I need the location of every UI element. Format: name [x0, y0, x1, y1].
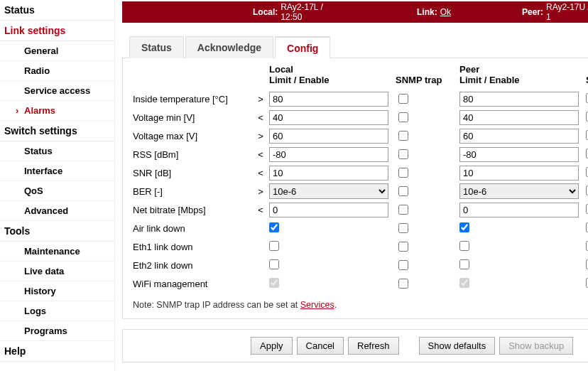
header-local-value: RAy2-17L / 12:50: [281, 2, 346, 22]
nav-item-maintenance[interactable]: Maintenance: [0, 242, 114, 262]
peer-input[interactable]: [459, 92, 579, 107]
config-row: Voltage min [V]<: [133, 108, 588, 127]
peer-checkbox[interactable]: [459, 222, 469, 232]
local-checkbox: [269, 278, 279, 288]
local-input[interactable]: [269, 147, 388, 162]
peer-input[interactable]: [459, 147, 579, 162]
snmp-checkbox[interactable]: [398, 260, 408, 270]
cancel-button[interactable]: Cancel: [297, 337, 344, 355]
snmp-checkbox[interactable]: [398, 205, 408, 215]
snmp-cell: [396, 223, 459, 233]
local-input[interactable]: [269, 110, 388, 125]
peer-checkbox[interactable]: [459, 259, 469, 269]
nav-item-logs[interactable]: Logs: [0, 301, 114, 321]
nav-section-help[interactable]: Help: [0, 341, 114, 362]
snmp-checkbox[interactable]: [398, 279, 408, 289]
row-operator: >: [252, 186, 269, 197]
header-link-value[interactable]: Ok: [440, 7, 451, 17]
apply-button[interactable]: Apply: [251, 337, 293, 355]
peer-cell: [459, 166, 586, 181]
snmp-checkbox[interactable]: [398, 242, 408, 252]
local-cell: [269, 129, 396, 144]
peer-input[interactable]: [459, 166, 579, 181]
local-cell: [269, 110, 396, 125]
nav-item-interface[interactable]: Interface: [0, 161, 114, 181]
nav-item-history[interactable]: History: [0, 281, 114, 301]
snmp-checkbox[interactable]: [398, 131, 408, 141]
config-row: SNR [dB]<: [133, 163, 588, 182]
config-row: Eth1 link down: [133, 237, 588, 256]
tab-config[interactable]: Config: [275, 36, 330, 58]
snmp-checkbox[interactable]: [398, 149, 408, 159]
nav-section-link-settings[interactable]: Link settings: [0, 21, 114, 41]
row-label: Net bitrate [Mbps]: [133, 205, 252, 215]
config-row: Voltage max [V]>: [133, 127, 588, 145]
nav-section-status[interactable]: Status: [0, 0, 114, 21]
snmp-checkbox[interactable]: [398, 112, 408, 122]
local-cell: [269, 278, 396, 290]
nav-item-service-access[interactable]: Service access: [0, 81, 114, 101]
snmp-checkbox[interactable]: [398, 223, 408, 233]
snmp-cell: [396, 186, 459, 196]
row-label: Voltage min [V]: [133, 112, 252, 123]
peer-select[interactable]: 10e-6: [459, 183, 579, 199]
snmp-cell: [396, 279, 459, 289]
peer-cell: 10e-6: [459, 183, 586, 199]
local-cell: [269, 92, 396, 107]
row-label: WiFi management: [133, 279, 252, 289]
header-peer-value: RAy2-17U / 1: [546, 2, 588, 22]
row-operator: <: [252, 149, 269, 160]
header-local-label: Local:: [253, 7, 278, 17]
snmp-cell: [396, 260, 459, 270]
peer-cell: [459, 203, 586, 217]
nav-item-live-data[interactable]: Live data: [0, 262, 114, 281]
show-defaults-button[interactable]: Show defaults: [419, 337, 496, 355]
tab-status[interactable]: Status: [129, 36, 184, 58]
snmp-checkbox[interactable]: [398, 168, 408, 178]
row-label: Inside temperature [°C]: [133, 94, 252, 104]
peer-input[interactable]: [459, 129, 579, 144]
row-operator: >: [252, 94, 269, 104]
action-bar: Apply Cancel Refresh Show defaults Show …: [122, 329, 588, 362]
nav-item-qos[interactable]: QoS: [0, 181, 114, 201]
nav-item-general[interactable]: General: [0, 41, 114, 61]
local-cell: [269, 222, 396, 235]
peer-cell: [459, 241, 586, 253]
local-checkbox[interactable]: [269, 241, 279, 251]
header-link-label: Link:: [417, 7, 437, 17]
row-label: Air link down: [133, 223, 252, 234]
local-checkbox[interactable]: [269, 222, 279, 232]
main-area: Local: RAy2-17L / 12:50 Link: Ok Peer: R…: [115, 0, 588, 371]
peer-checkbox[interactable]: [459, 241, 469, 251]
snmp-cell: [396, 205, 459, 215]
local-input[interactable]: [269, 166, 388, 181]
local-input[interactable]: [269, 129, 388, 144]
services-link[interactable]: Services: [300, 300, 334, 310]
config-panel: Local Limit / Enable SNMP trap Peer Limi…: [122, 58, 588, 319]
local-checkbox[interactable]: [269, 259, 279, 269]
peer-cell: [459, 110, 586, 125]
refresh-button[interactable]: Refresh: [348, 337, 399, 355]
local-input[interactable]: [269, 203, 388, 217]
row-label: Voltage max [V]: [133, 131, 252, 141]
tab-acknowledge[interactable]: Acknowledge: [185, 36, 273, 58]
nav-item-radio[interactable]: Radio: [0, 61, 114, 81]
nav-item-switch-status[interactable]: Status: [0, 141, 114, 161]
local-select[interactable]: 10e-6: [269, 183, 388, 199]
peer-input[interactable]: [459, 203, 579, 217]
row-operator: <: [252, 112, 269, 123]
local-cell: [269, 147, 396, 162]
snmp-cell: [396, 168, 459, 178]
nav-item-programs[interactable]: Programs: [0, 321, 114, 341]
config-row: Eth2 link down: [133, 256, 588, 274]
peer-input[interactable]: [459, 110, 579, 125]
nav-item-alarms[interactable]: Alarms: [0, 101, 114, 121]
nav-item-advanced[interactable]: Advanced: [0, 201, 114, 221]
row-label: BER [-]: [133, 186, 252, 197]
nav-section-tools[interactable]: Tools: [0, 221, 114, 242]
snmp-checkbox[interactable]: [398, 186, 408, 196]
peer-cell: [459, 278, 586, 290]
snmp-checkbox[interactable]: [398, 94, 408, 104]
nav-section-switch-settings[interactable]: Switch settings: [0, 121, 114, 141]
local-input[interactable]: [269, 92, 388, 107]
